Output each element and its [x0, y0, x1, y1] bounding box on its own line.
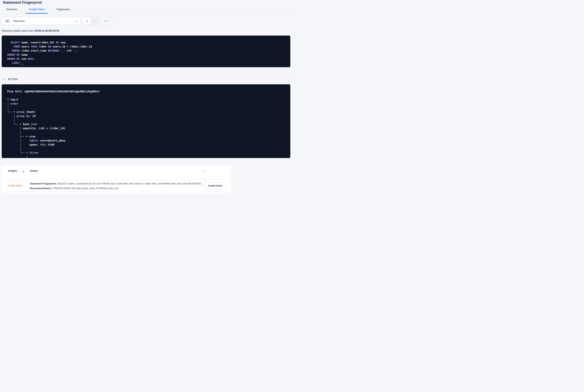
tab-explain-plans-label: Explain Plans [29, 8, 45, 11]
insight-type-label: Create Index [8, 184, 22, 187]
plan-gist-block: Plan Gist: AgHUAQIABQAAAAHYAQIAiAEAAAADC… [2, 84, 290, 158]
now-button[interactable]: Now [100, 17, 112, 25]
statement-sql-block: SELECT name, count(rides.id) AS sum FROM… [2, 36, 290, 67]
code-line: ORDER BY sum DESC [7, 57, 287, 61]
insight-details-cell: Statement Fingerprint: SELECT name, coun… [30, 181, 205, 190]
time-range-label: Past Hour [13, 20, 25, 22]
statement-fingerprint-line: Statement Fingerprint: SELECT name, coun… [30, 181, 205, 186]
code-line: └── • group (hash) [7, 110, 287, 114]
column-header-details[interactable]: Details [30, 170, 38, 173]
arrow-left-icon: ← [3, 78, 6, 80]
code-line: │ order [7, 102, 287, 106]
insights-table-header: Insights Details [2, 165, 231, 180]
time-pager: ‹ › [83, 17, 98, 25]
time-range-dropdown[interactable]: 1h Past Hour [2, 17, 81, 25]
code-line: │ [7, 130, 287, 134]
active-tab-indicator [26, 13, 48, 14]
sort-up-arrow-icon [204, 170, 205, 171]
code-line: │ [7, 106, 287, 110]
code-line: │ group by: id [7, 114, 287, 118]
code-line: WHERE rides.start_time BETWEEN '_' AND '… [7, 48, 287, 53]
code-line: ├── • scan [7, 134, 287, 138]
code-line: │ equality: (id) = (rider_id) [7, 126, 287, 130]
code-line: └── • filter [7, 151, 287, 155]
time-range-badge: 1h [5, 19, 10, 23]
insights-panel: Insights Details Create Index Statement … [2, 165, 231, 193]
sort-desc-icon[interactable] [23, 170, 24, 172]
chevron-down-icon [75, 20, 78, 22]
showing-range-value: 15:00 to 16:59 (UTC) [34, 29, 59, 32]
code-line: FROM users JOIN rides ON users.id = ride… [7, 44, 287, 48]
tab-overview[interactable]: Overview [3, 8, 20, 14]
code-line [7, 94, 287, 98]
recommendation-line: Recommendation: CREATE INDEX ON rides (s… [30, 186, 205, 190]
tab-diagnostics-label: Diagnostics [56, 8, 70, 11]
create-index-button[interactable]: Create Index [204, 182, 226, 189]
showing-range-text: Showing explain plans from 15:00 to 16:5… [2, 29, 292, 32]
code-line: GROUP BY name [7, 53, 287, 57]
code-line: │ [7, 155, 287, 158]
code-line: │ [7, 118, 287, 122]
code-line: Plan Gist: AgHUAQIABQAAAAHYAQIAiAEAAAADC… [7, 89, 287, 94]
time-toolbar: 1h Past Hour ‹ › Now [2, 17, 292, 25]
code-line: │ [7, 147, 287, 151]
tab-bar: Overview Explain Plans Diagnostics [2, 8, 290, 14]
chevron-right-icon: › [94, 19, 95, 23]
tab-overview-label: Overview [6, 8, 17, 11]
column-header-insights[interactable]: Insights [8, 170, 17, 173]
all-plans-back-link[interactable]: ← All Plans [3, 78, 18, 80]
tab-explain-plans[interactable]: Explain Plans [26, 8, 48, 14]
code-line: └── • hash join [7, 122, 287, 126]
statement-fingerprint-page: Statement Fingerprint Overview Explain P… [0, 0, 292, 196]
showing-prefix: Showing explain plans from [2, 29, 34, 32]
tab-diagnostics[interactable]: Diagnostics [53, 8, 73, 14]
section-divider [2, 73, 292, 73]
sort-up-arrow-icon [23, 170, 24, 171]
sort-down-arrow-icon [204, 172, 205, 172]
chevron-left-icon: ‹ [86, 19, 88, 23]
all-plans-label: All Plans [8, 78, 18, 80]
prev-time-button[interactable]: ‹ [83, 17, 91, 25]
code-line: LIMIT _ [7, 61, 287, 65]
code-line: │ table: users@users_pkey [7, 138, 287, 142]
table-row: Create Index Statement Fingerprint: SELE… [2, 180, 231, 192]
sort-down-arrow-icon [23, 172, 24, 172]
page-title: Statement Fingerprint [3, 0, 292, 5]
code-line: SELECT name, count(rides.id) AS sum [7, 40, 287, 44]
sort-icon[interactable] [204, 170, 205, 172]
code-line: • top-k [7, 98, 287, 102]
next-time-button[interactable]: › [91, 17, 98, 25]
code-line: │ spans: FULL SCAN [7, 142, 287, 147]
